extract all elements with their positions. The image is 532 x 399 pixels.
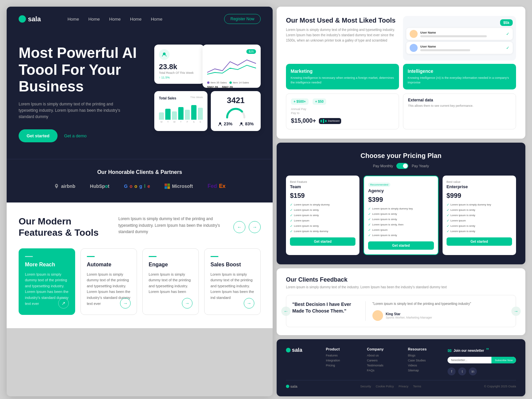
hero-title: Most Powerful AI Toool For Your Business — [19, 45, 148, 95]
footer-link-pricing[interactable]: Pricing — [326, 364, 359, 367]
footer-link-features[interactable]: Features — [326, 354, 359, 357]
bar-chart — [159, 101, 203, 120]
feedback-next-button[interactable]: → — [511, 307, 521, 316]
check-icon: ✓ — [447, 224, 449, 228]
plan-btn-agency[interactable]: Get started — [368, 241, 434, 250]
features-next-button[interactable]: → — [249, 221, 261, 233]
footer-link-faqs[interactable]: FAQs — [367, 369, 400, 372]
airbnb-label: airbnb — [61, 184, 75, 189]
features-section: Our Modern Featureas & Tools Lorem Ipsum… — [7, 202, 273, 328]
features-header: Our Modern Featureas & Tools Lorem Ipsum… — [19, 216, 261, 238]
feature-team-4: ✓Lorem ipsum — [290, 219, 355, 222]
features-prev-button[interactable]: ← — [233, 221, 245, 233]
feedback-section: Our Clients Feedback Lorem ipsum is simp… — [277, 268, 525, 335]
dash-bar-2 — [323, 119, 324, 123]
mini-profile-1: User Name ✓ — [406, 28, 513, 40]
gauge-number: 3421 — [227, 96, 244, 105]
marketing-desc: Knowing intelligence is necessary when e… — [291, 76, 394, 85]
check-icon: ✓ — [290, 208, 293, 212]
footer-cookie[interactable]: Cookie Policy — [376, 385, 394, 388]
client-airbnb: airbnb — [54, 184, 75, 189]
footer-security[interactable]: Security — [360, 385, 371, 388]
nav-link-4[interactable]: Home — [130, 17, 142, 22]
gauge-stat-2: 83% — [239, 121, 254, 126]
plan-price-enterprise: $999 — [447, 192, 512, 200]
bar-label-7: S — [198, 121, 203, 123]
mini-profile-2: User Name ✓ — [406, 42, 513, 54]
feature-card-arrow-2[interactable]: → — [120, 298, 131, 309]
plan-btn-team[interactable]: Get started — [290, 237, 355, 246]
footer-link-sitemap[interactable]: Sitemap — [408, 369, 441, 372]
footer-terms[interactable]: Terms — [413, 385, 421, 388]
tools-title: Our Most Used & Most Liked Tools — [286, 16, 396, 25]
tools-grid: Marketing Knowing intelligence is necess… — [286, 64, 516, 129]
feature-ent-4: ✓Lorem ipsum — [447, 219, 512, 222]
feedback-name: King Star — [386, 312, 432, 316]
money-label2: Pay to — [291, 111, 394, 115]
check-icon: ✓ — [290, 219, 293, 222]
logo: sala — [19, 15, 41, 23]
footer-link-careers[interactable]: Careers — [367, 359, 400, 362]
svg-rect-4 — [168, 184, 170, 186]
chart-legend: Item 35 Sales Item 14 Sales — [207, 81, 256, 84]
feature-card-4: Sales Boost Lorem Ipsum is simply dummy … — [204, 248, 261, 315]
chart-widget: $25 Item 35 Sales Item 14 Sales — [202, 45, 261, 88]
get-demo-button[interactable]: Get a demo — [64, 133, 87, 138]
feedback-role: Sports Worker, Marketing Manager — [386, 316, 432, 319]
ext-data-title: External data — [408, 98, 511, 102]
reach-number: 23.8k — [159, 63, 200, 71]
footer-cols: Product Features Integration Pricing Com… — [326, 347, 441, 374]
footer-link-casestudies[interactable]: Case Studies — [408, 359, 441, 362]
mini-profiles: User Name ✓ User Name ✓ — [406, 28, 513, 54]
footer-link-about[interactable]: About us — [367, 354, 400, 357]
nav-link-2[interactable]: Home — [88, 17, 100, 22]
feature-cards: More Reach Lorem Ipsum is simply dummy t… — [19, 248, 261, 315]
feature-card-desc-3: Lorem Ipsum is simply dummy text of the … — [149, 272, 193, 295]
client-google: Google — [124, 184, 150, 189]
nav-link-1[interactable]: Home — [67, 17, 79, 22]
feature-card-title-1: More Reach — [25, 262, 69, 268]
feedback-text-area: "Lorem ipsum is simply text of the print… — [372, 301, 510, 321]
nav-link-3[interactable]: Home — [109, 17, 121, 22]
feature-card-arrow-1[interactable]: ↗ — [58, 298, 69, 309]
footer-link-blogs[interactable]: Blogs — [408, 354, 441, 357]
newsletter-input[interactable] — [448, 357, 491, 363]
feedback-divider — [365, 301, 366, 321]
nav-link-5[interactable]: Home — [151, 17, 163, 22]
footer-privacy[interactable]: Privacy — [399, 385, 409, 388]
toggle-switch[interactable] — [396, 163, 408, 169]
bar-4 — [178, 107, 183, 120]
footer-link-integration[interactable]: Integration — [326, 359, 359, 362]
chart-price-2: $962.39 — [222, 85, 233, 89]
feature-card-line-1 — [25, 256, 33, 257]
profile-bar-2 — [420, 49, 470, 51]
airbnb-icon — [54, 184, 59, 189]
bar-label-3: W — [172, 121, 177, 123]
feature-card-line-4 — [210, 256, 218, 257]
footer-bottom-brand: sala — [290, 384, 297, 388]
twitter-icon[interactable]: t — [458, 367, 466, 375]
svg-rect-3 — [165, 184, 167, 186]
toggle-left-label: Pay Monthly — [373, 164, 393, 168]
linkedin-icon[interactable]: in — [469, 367, 477, 375]
fedex-fed: Fed — [207, 183, 217, 189]
register-button[interactable]: Register Now — [224, 14, 261, 24]
plan-btn-enterprise[interactable]: Get started — [447, 237, 512, 246]
get-started-button[interactable]: Get started — [19, 129, 58, 142]
reach-growth: ↑ 11.5% — [159, 76, 200, 79]
toggle-knob — [403, 164, 408, 168]
client-fedex: Fed Ex — [207, 183, 225, 189]
footer-link-testimonials[interactable]: Testimonials — [367, 364, 400, 367]
legend-item-1: Item 35 Sales — [207, 81, 227, 84]
facebook-icon[interactable]: f — [448, 367, 456, 375]
feature-card-arrow-4[interactable]: → — [244, 298, 254, 309]
feature-card-arrow-3[interactable]: → — [182, 298, 193, 309]
feature-ent-6: ✓Lorem ipsum is simly — [447, 229, 512, 233]
money-label1: Annual Pay — [291, 107, 394, 111]
google-g2: g — [139, 184, 142, 189]
footer-link-videos[interactable]: Videos — [408, 364, 441, 367]
bar-label-1: M — [159, 121, 164, 123]
newsletter-submit-button[interactable]: Subscribe Now — [491, 357, 516, 363]
footer-col-title-resources: Resources — [408, 347, 441, 351]
profile-name-2: User Name — [420, 45, 503, 48]
